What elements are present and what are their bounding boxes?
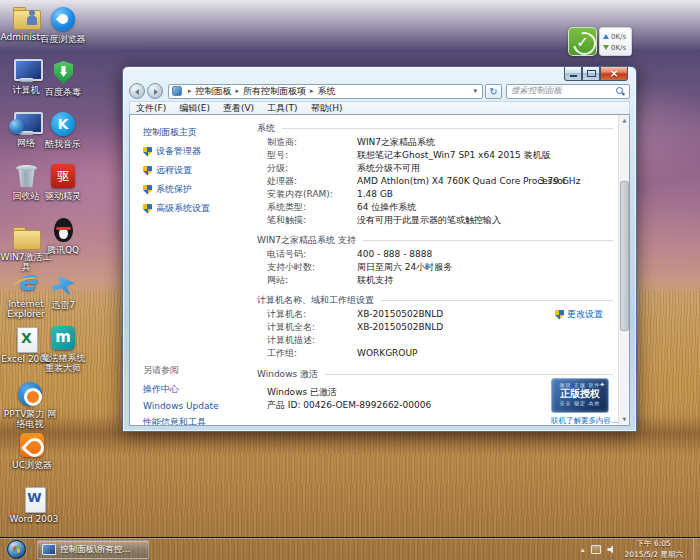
- field-label: 计算机描述:: [267, 334, 357, 347]
- desktop-icon-label: Word 2003: [7, 514, 61, 524]
- tray-expand-arrow-icon[interactable]: ▴: [581, 546, 585, 554]
- breadcrumb-arrow-icon: ▸: [310, 87, 314, 95]
- menu-help[interactable]: 帮助(H): [311, 102, 343, 115]
- product-id: 产品 ID: 00426-OEM-8992662-00006: [267, 399, 431, 412]
- field-label: 处理器:: [267, 175, 357, 188]
- close-button[interactable]: [600, 67, 628, 81]
- scrollbar-thumb[interactable]: [620, 181, 629, 331]
- taskbar-clock[interactable]: 下午 6:05 2015/5/2 星期六: [624, 539, 683, 559]
- genuine-windows-badge[interactable]: 微软 正版 软件 正版授权 安全 稳定 高效 ✦: [551, 378, 609, 413]
- network-tray-icon[interactable]: [591, 545, 601, 554]
- sidebar-item-windows-update[interactable]: Windows Update: [143, 401, 219, 411]
- menu-view[interactable]: 查看(V): [223, 102, 254, 115]
- breadcrumb[interactable]: ▸ 控制面板 ▸ 所有控制面板项 ▸ 系统 ▾: [168, 84, 483, 99]
- back-button[interactable]: [129, 83, 145, 99]
- sidebar-item-label: 远程设置: [156, 164, 192, 177]
- field-value: 1.48 GB: [357, 188, 393, 201]
- word-document-icon: [17, 486, 51, 513]
- desktop-icon-label: 驱动精灵: [36, 191, 90, 201]
- divider: [282, 128, 613, 129]
- desktop-icon-driver-genius[interactable]: 驱动精灵: [36, 163, 90, 201]
- pptv-circle-icon: [18, 382, 42, 406]
- online-support-link[interactable]: 联机支持: [357, 274, 393, 287]
- desktop-icon-mofazhu[interactable]: 魔法猪系统 重装大师: [36, 325, 90, 373]
- field-label: 制造商:: [267, 136, 357, 149]
- driver-genius-icon: [46, 163, 80, 190]
- vertical-scrollbar[interactable]: ▲ ▼: [618, 115, 629, 425]
- address-bar: ▸ 控制面板 ▸ 所有控制面板项 ▸ 系统 ▾ ↻ 搜索控制面板: [129, 83, 630, 99]
- desktop-icon-thunder[interactable]: 迅雷7: [36, 272, 90, 310]
- sidebar-item-performance-tools[interactable]: 性能信息和工具: [143, 416, 219, 426]
- menu-file[interactable]: 文件(F): [136, 102, 166, 115]
- field-label: 笔和触摸:: [267, 214, 357, 227]
- sidebar-item-action-center[interactable]: 操作中心: [143, 383, 219, 396]
- sidebar-item-control-panel-home[interactable]: 控制面板主页: [143, 126, 247, 139]
- desktop-icon-label: 百度杀毒: [36, 87, 90, 97]
- desktop-icon-baidu-antivirus[interactable]: 百度杀毒: [36, 59, 90, 97]
- scroll-up-arrow-icon[interactable]: ▲: [619, 115, 630, 126]
- scarf-icon: [56, 227, 71, 230]
- sidebar-item-system-protection[interactable]: 系统保护: [143, 183, 247, 196]
- desktop-background: Administr... 百度浏览器 计算机 百度杀毒 网络 酷我音乐 回收站 …: [0, 0, 700, 560]
- sidebar-item-advanced-settings[interactable]: 高级系统设置: [143, 202, 247, 215]
- security-check-icon[interactable]: [568, 27, 597, 56]
- security-speed-widget[interactable]: 0K/s 0K/s: [568, 27, 632, 56]
- scroll-down-arrow-icon[interactable]: ▼: [619, 414, 630, 425]
- menu-tools[interactable]: 工具(T): [267, 102, 298, 115]
- learn-more-link[interactable]: 联机了解更多内容...: [551, 416, 613, 426]
- menu-edit[interactable]: 编辑(E): [179, 102, 210, 115]
- section-activation: Windows 激活 Windows 已激活 产品 ID: 00426-OEM-…: [257, 368, 613, 412]
- breadcrumb-item[interactable]: 所有控制面板项: [243, 85, 306, 98]
- start-button[interactable]: [7, 540, 26, 559]
- kuwo-music-icon: [46, 111, 80, 138]
- cpu-speed: 3.79 GHz: [539, 175, 580, 188]
- field-value: WIN7之家精品系统: [357, 136, 435, 149]
- field-value: 没有可用于此显示器的笔或触控输入: [357, 214, 501, 227]
- search-icon[interactable]: [616, 87, 625, 96]
- section-computer-name: 计算机名称、域和工作组设置 更改设置 计算机名:XB-20150502BNLD …: [257, 294, 613, 360]
- field-value: 64 位操作系统: [357, 201, 416, 214]
- main-panel: 系统 制造商:WIN7之家精品系统 型号:联想笔记本Ghost_Win7 SP1…: [247, 115, 629, 425]
- desktop-icon-tencent-qq[interactable]: 腾讯QQ: [36, 217, 90, 255]
- sidebar-item-label: 设备管理器: [156, 145, 201, 158]
- badge-bottom-text: 安全 稳定 高效: [552, 400, 608, 406]
- window-icon: [42, 544, 56, 555]
- refresh-button[interactable]: ↻: [485, 84, 502, 99]
- section-support: WIN7之家精品系统 支持 电话号码:400 - 888 - 8888 支持小时…: [257, 234, 613, 287]
- chevron-down-icon[interactable]: ▾: [471, 87, 479, 95]
- rating-unavailable-link[interactable]: 系统分级不可用: [357, 162, 420, 175]
- maximize-button[interactable]: [582, 67, 600, 81]
- desktop-icon-pptv[interactable]: PPTV聚力 网 络电视: [3, 381, 57, 429]
- see-also-header: 另请参阅: [143, 364, 219, 377]
- desktop-icon-kuwo-music[interactable]: 酷我音乐: [36, 111, 90, 149]
- menu-bar: 文件(F) 编辑(E) 查看(V) 工具(T) 帮助(H): [129, 101, 630, 114]
- desktop-icon-uc-browser[interactable]: UC浏览器: [5, 432, 59, 470]
- divider: [381, 300, 613, 301]
- forward-button[interactable]: [147, 83, 163, 99]
- section-title: WIN7之家精品系统 支持: [257, 234, 356, 247]
- desktop-icon-label: 迅雷7: [36, 300, 90, 310]
- sidebar-item-device-manager[interactable]: 设备管理器: [143, 145, 247, 158]
- browser-circle-icon: [51, 7, 75, 31]
- taskbar-window-button[interactable]: 控制面板\所有控...: [37, 540, 149, 559]
- download-arrow-icon: [603, 45, 609, 50]
- search-input[interactable]: 搜索控制面板: [506, 84, 630, 99]
- field-label: 工作组:: [267, 347, 357, 360]
- uac-shield-icon: [143, 204, 152, 214]
- breadcrumb-item[interactable]: 控制面板: [196, 85, 232, 98]
- field-value: AMD Athlon(tm) X4 760K Quad Core Process…: [357, 175, 566, 188]
- volume-tray-icon[interactable]: [607, 545, 616, 554]
- clock-time: 下午 6:05: [624, 539, 683, 549]
- desktop-icon-baidu-browser[interactable]: 百度浏览器: [36, 6, 90, 44]
- minimize-button[interactable]: [564, 67, 582, 81]
- desktop-icon-label: 百度浏览器: [36, 34, 90, 44]
- genuine-badge-block: 微软 正版 软件 正版授权 安全 稳定 高效 ✦ 联机了解更多内容...: [551, 378, 613, 426]
- desktop-icon-word-2003[interactable]: Word 2003: [7, 486, 61, 524]
- uac-shield-icon: [143, 147, 152, 157]
- show-desktop-button[interactable]: [693, 538, 700, 560]
- field-label: 网站:: [267, 274, 357, 287]
- upload-arrow-icon: [603, 34, 609, 39]
- breadcrumb-item[interactable]: 系统: [318, 85, 336, 98]
- sidebar-item-remote-settings[interactable]: 远程设置: [143, 164, 247, 177]
- sidebar: 控制面板主页 设备管理器 远程设置 系统保护 高级系统设置: [130, 115, 247, 425]
